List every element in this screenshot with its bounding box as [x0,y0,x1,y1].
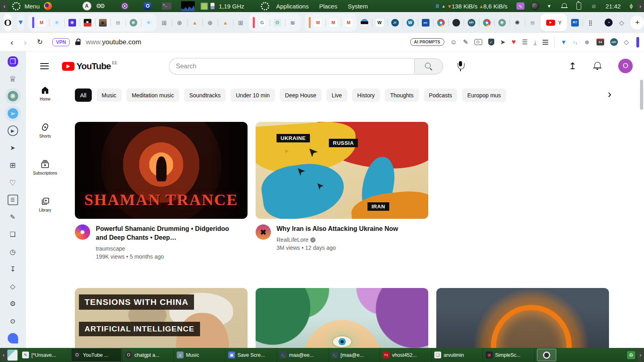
upload-icon[interactable]: ↥ [569,62,576,71]
gmail-tab-icon[interactable]: M [38,19,45,27]
chip-soundtracks[interactable]: Soundtracks [184,88,226,102]
applications-menu[interactable]: Applications [272,3,312,10]
wifi-icon[interactable]: ▲ [442,4,446,8]
guide-item-shorts[interactable]: Shorts [39,122,51,138]
tor-browser-icon[interactable] [121,2,128,10]
search-tool-icon[interactable]: A [83,2,91,10]
chip-all[interactable]: All [75,88,92,102]
task-opera-youtube[interactable]: O YouTube ... [71,348,122,362]
tab-grid-icon[interactable]: ⊞ [8,160,18,171]
snapshot-camera-icon[interactable] [475,39,482,45]
cube-tab-icon[interactable]: ◇ [619,19,624,27]
reading-list-icon-small[interactable]: ☰ [522,39,528,45]
chip-podcasts[interactable]: Podcasts [424,88,458,102]
muted-speaker-icon[interactable]: ⊘ [592,3,596,9]
settings-gears-icon[interactable]: ⚙⚙ [96,2,104,10]
indicator-dropdown-icon[interactable]: ▼ [547,4,551,8]
chip-thoughts[interactable]: Thoughts [385,88,419,102]
news-icon[interactable]: ☰ [8,195,18,205]
voice-search-icon[interactable] [456,61,465,72]
devices-icon[interactable]: ❑ [8,229,18,240]
grid-tab-icon-2[interactable]: ⊞ [233,19,245,27]
task-filezilla[interactable]: Fz vhost452... [380,348,431,362]
chatgpt-panel-icon[interactable]: ❋ [8,91,18,101]
panel-collapse-right-button[interactable]: › [637,1,644,11]
page-scrollbar-thumb[interactable] [640,80,643,110]
gmail-tab-icon-3[interactable]: M [326,19,337,27]
twitter-panel-icon[interactable]: ➢ [8,108,18,119]
downloads-icon-small[interactable]: ↓ [534,39,537,45]
history-icon[interactable]: ◷ [8,247,18,257]
favorites-heart-icon[interactable]: ♥ [512,38,516,46]
player-icon[interactable]: ▶ [8,125,18,136]
cpu-frequency[interactable]: 1,19 GHz [219,3,244,10]
opera-launcher-icon[interactable]: O [144,2,151,10]
gpt-extension-icon[interactable]: GPT [610,38,618,46]
openai-black-tab-icon[interactable]: ❋ [510,19,521,27]
search-input[interactable] [169,58,414,75]
snowflake-tab-icon[interactable]: ❄ [49,19,61,27]
guide-item-library[interactable]: Library [39,196,52,212]
v-extension-icon[interactable]: ▼ [561,39,567,45]
video-card-4[interactable] [256,288,428,348]
places-menu[interactable]: Places [316,3,341,10]
trash-applet-icon[interactable]: ♻ [627,351,635,359]
wordpress-tab-icon[interactable]: W [402,19,414,27]
downloads-icon[interactable]: ↧ [8,264,18,274]
account-avatar[interactable]: O [618,59,633,73]
reload-button[interactable]: ↻ [37,38,43,46]
speedtest-tab-icon[interactable]: ◔ [605,19,613,27]
emoji-face-icon[interactable]: ☺ [450,39,457,45]
search-button[interactable] [414,58,443,74]
channel-name[interactable]: traumscape [96,245,241,252]
task-music-player[interactable]: ♫ Music [174,348,225,362]
snowflake-tab-icon-2[interactable]: ❄ [141,19,153,27]
flow-send-icon[interactable]: ➤ [8,143,18,153]
dots-grid-tab-icon[interactable]: ⣿ [582,19,594,27]
chip-europop-music[interactable]: Europop mus [462,88,506,102]
ai-prompts-button[interactable]: AI PROMPTS [410,38,444,46]
gmail-tab-icon-2[interactable]: M [314,19,322,27]
gpt-sphere-tab-icon[interactable]: GPT [464,19,475,27]
volume-knob-icon[interactable] [531,2,539,10]
book-tab-icon-2[interactable]: ▤ [525,19,537,27]
waves-tab-icon[interactable]: ≋ [285,19,297,27]
forward-button[interactable]: › [24,37,27,47]
pinboard-icon[interactable]: ✎ [8,212,18,222]
back-button[interactable]: ‹ [10,37,13,47]
calendar-extension-icon[interactable]: 14 [597,39,604,45]
task-terminal-1[interactable]: >_ maa@ee... [277,348,328,362]
flow-send-icon[interactable]: ➤ [500,39,506,45]
chatgpt-purple-tab-icon[interactable]: ❋ [64,19,76,27]
teeth-art-tab-icon[interactable]: ▀ [80,19,91,27]
tune-sliders-icon[interactable] [543,40,548,45]
chatgpt-green-tab-icon[interactable]: ❋ [126,19,137,27]
lock-icon[interactable] [75,39,81,45]
chrome-tab-icon[interactable] [433,19,445,27]
taskbar-collapse-left-button[interactable]: ‹ [1,349,6,361]
chip-live[interactable]: Live [326,88,347,102]
wikipedia-tab-icon[interactable]: W [372,19,384,27]
chatgpt-green-tab-icon-2[interactable]: ❋ [494,19,506,27]
adblock-shield-icon[interactable]: ✓ [488,39,494,45]
video-thumbnail-fire-ring[interactable] [436,288,609,348]
bookmarks-heart-icon[interactable]: ♡ [8,177,18,188]
task-save-screenshot[interactable]: ▣ Save Scre... [225,348,277,362]
settings-gear-icon[interactable]: ⚙ [8,298,18,309]
v-pinned-icon[interactable]: ▼ [17,14,24,31]
video-title[interactable]: Powerful Shamanic Drumming • Didgeridoo … [96,224,241,242]
video-card-3[interactable]: TENSIONS WITH CHINA ARTIFICIAL INTELLIGE… [75,288,248,348]
system-menu[interactable]: System [344,3,372,10]
channel-avatar[interactable]: ✖ [256,224,271,240]
channel-name[interactable]: RealLifeLore✓ [277,237,413,243]
globe-tab-icon-2[interactable]: ⊕ [202,19,214,27]
notifications-bell-icon[interactable] [561,3,568,9]
jt-tab-icon[interactable]: JT [387,19,399,27]
vpn-badge[interactable]: VPN [52,38,70,46]
show-desktop-button[interactable] [7,350,18,361]
tips-bulb-icon[interactable]: ʘ [8,316,18,326]
reading-list-icon[interactable]: ❐ [8,56,18,67]
clock[interactable]: 21:42 [606,3,621,10]
vip-crown-icon[interactable]: ♕ [8,74,18,84]
opera-menu-button[interactable]: O [4,14,12,31]
